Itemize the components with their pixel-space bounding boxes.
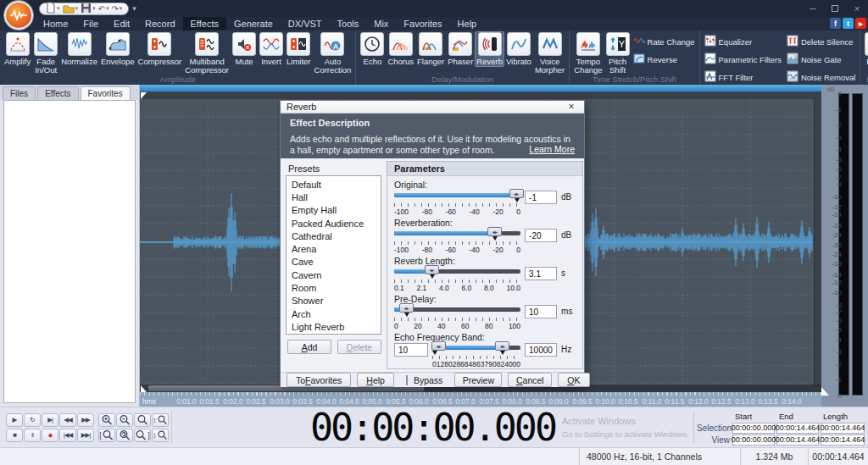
fft-filter-button[interactable]: FFT Filter — [704, 70, 782, 84]
redo-button[interactable]: ↷▾ — [111, 4, 122, 14]
slider-handle[interactable]: ◂▸ — [399, 303, 414, 313]
reverberation-slider[interactable]: ◂▸ — [394, 229, 520, 238]
tab-favorites[interactable]: Favorites — [81, 86, 131, 100]
menu-mix[interactable]: Mix — [366, 17, 396, 30]
zoom-vertical-in-button[interactable]: ↕ — [152, 413, 169, 427]
menu-generate[interactable]: Generate — [226, 17, 281, 30]
play-to-end-button[interactable]: ▶| — [42, 413, 58, 427]
zoom-out-button[interactable] — [116, 413, 133, 427]
selection-end-field[interactable]: 00:00:14.464 — [776, 423, 819, 434]
preset-cave[interactable]: Cave — [287, 256, 381, 268]
preset-light-reverb[interactable]: Light Reverb — [287, 320, 381, 333]
reverb-button[interactable]: Reverb — [475, 31, 504, 67]
preset-default[interactable]: Default — [287, 178, 381, 191]
facebook-icon[interactable]: f — [830, 18, 841, 29]
go-to-start-button[interactable]: |◀◀ — [59, 429, 76, 442]
help-button[interactable]: Help — [357, 373, 394, 387]
tempo-change-button[interactable]: Tempo Change — [572, 31, 604, 75]
preset-arch[interactable]: Arch — [287, 307, 381, 320]
pre-delay-slider[interactable]: ◂▸ — [394, 305, 520, 314]
twitter-icon[interactable]: t — [843, 18, 854, 29]
preview-button[interactable]: Preview — [454, 373, 502, 387]
echo-frequency-low-input[interactable]: 10 — [394, 343, 428, 357]
presets-list[interactable]: DefaultHallEmpty HallPacked AudienceCath… — [286, 175, 381, 335]
noise-gate-button[interactable]: Noise Gate — [787, 53, 855, 66]
parametric-filters-button[interactable]: Parametric Filters — [704, 53, 782, 66]
tab-effects[interactable]: Effects — [37, 86, 78, 100]
zoom-full-button[interactable]: ] — [134, 429, 151, 442]
learn-more-link[interactable]: Learn More — [529, 144, 575, 155]
undo-button[interactable]: ↶▾ — [98, 4, 109, 14]
app-logo-icon[interactable] — [4, 1, 33, 30]
phaser-button[interactable]: Phaser — [446, 31, 475, 67]
equalizer-button[interactable]: Equalizer — [704, 35, 782, 48]
reverb-length-slider[interactable]: ◂▸ — [394, 267, 520, 276]
vibrato-button[interactable]: Vibrato — [504, 31, 533, 67]
invert-button[interactable]: Invert — [258, 31, 285, 67]
original-slider[interactable]: ◂▸ — [394, 191, 520, 200]
echo-frequency-high-input[interactable]: 10000 — [525, 343, 557, 357]
preset-empty-hall[interactable]: Empty Hall — [287, 204, 381, 217]
menu-favorites[interactable]: Favorites — [396, 17, 449, 30]
go-to-end-button[interactable]: ▶▶| — [77, 429, 94, 442]
play-button[interactable]: ▶ — [6, 413, 23, 427]
zoom-to-selection-button[interactable]: [ — [98, 429, 115, 442]
stop-button[interactable]: ■ — [6, 429, 23, 442]
zoom-vertical-out-button[interactable]: ↕ — [152, 429, 169, 442]
reverberation-value-input[interactable]: -20 — [525, 229, 557, 242]
normalize-button[interactable]: Normalize — [59, 31, 99, 67]
customize-toolbar-icon[interactable]: ▾ — [132, 4, 136, 13]
add-preset-button[interactable]: Add — [287, 340, 331, 354]
rate-change-button[interactable]: Rate Change — [633, 35, 695, 48]
zoom-custom-button[interactable] — [134, 413, 151, 427]
noise-removal-button[interactable]: Noise Removal — [787, 70, 855, 84]
menu-file[interactable]: File — [75, 17, 106, 30]
slider-handle[interactable]: ◂▸ — [509, 189, 524, 198]
menu-effects[interactable]: Effects — [183, 17, 226, 30]
save-button[interactable]: ▾ — [81, 3, 96, 15]
envelope-button[interactable]: Envelope — [99, 31, 136, 67]
fast-forward-button[interactable]: ▶▶ — [77, 413, 94, 427]
compressor-button[interactable]: Compressor — [136, 31, 184, 67]
youtube-icon[interactable]: ▸ — [855, 18, 866, 29]
preset-shower[interactable]: Shower — [287, 295, 381, 307]
menu-home[interactable]: Home — [36, 17, 75, 30]
reverb-length-value-input[interactable]: 3.1 — [525, 267, 557, 280]
menu-help[interactable]: Help — [450, 17, 485, 30]
open-folder-button[interactable]: ▾ — [63, 3, 79, 15]
zoom-in-button[interactable] — [98, 413, 115, 427]
preset-arena[interactable]: Arena — [287, 242, 381, 255]
view-end-field[interactable]: 00:00:14.464 — [776, 435, 819, 446]
mute-button[interactable]: Mute — [231, 31, 258, 67]
new-file-button[interactable]: ▾ — [46, 2, 60, 15]
preset-packed-audience[interactable]: Packed Audience — [287, 217, 381, 230]
maximize-button[interactable] — [824, 1, 846, 16]
reverse-button[interactable]: Reverse — [633, 53, 695, 66]
echo-button[interactable]: Echo — [359, 31, 386, 67]
chorus-button[interactable]: Chorus — [386, 31, 415, 67]
dialog-close-icon[interactable]: × — [565, 101, 578, 113]
selection-length-field[interactable]: 00:00:14.464 — [821, 423, 865, 434]
view-start-field[interactable]: 00:00:00.000 — [732, 435, 775, 446]
preset-cathedral[interactable]: Cathedral — [287, 230, 381, 242]
auto-correction-button[interactable]: AAuto Correction — [313, 31, 353, 75]
menu-edit[interactable]: Edit — [106, 17, 137, 30]
bypass-checkbox[interactable] — [406, 375, 408, 385]
pause-button[interactable]: ‖ — [24, 429, 41, 442]
menu-dx-vst[interactable]: DX/VST — [281, 17, 330, 30]
pre-delay-value-input[interactable]: 10 — [525, 305, 557, 318]
view-length-field[interactable]: 00:00:14.464 — [821, 435, 865, 446]
restore-zoom-button[interactable] — [116, 429, 133, 442]
slider-handle[interactable]: ◂▸ — [425, 265, 439, 274]
rewind-button[interactable]: ◀◀ — [59, 413, 76, 427]
tab-files[interactable]: Files — [3, 86, 36, 100]
preset-cavern[interactable]: Cavern — [287, 268, 381, 281]
fade-in-out-button[interactable]: Fade In/Out — [32, 31, 59, 75]
cancel-button[interactable]: Cancel — [508, 373, 552, 387]
overview-bar[interactable] — [140, 85, 821, 92]
preset-room[interactable]: Room — [287, 281, 381, 294]
echo-frequency-band-slider[interactable]: ◂▸◂▸ — [432, 343, 520, 352]
dialog-title-bar[interactable]: Reverb × — [281, 101, 584, 113]
close-button[interactable]: × — [846, 1, 868, 16]
multiband-compressor-button[interactable]: Multiband Compressor — [183, 31, 231, 75]
